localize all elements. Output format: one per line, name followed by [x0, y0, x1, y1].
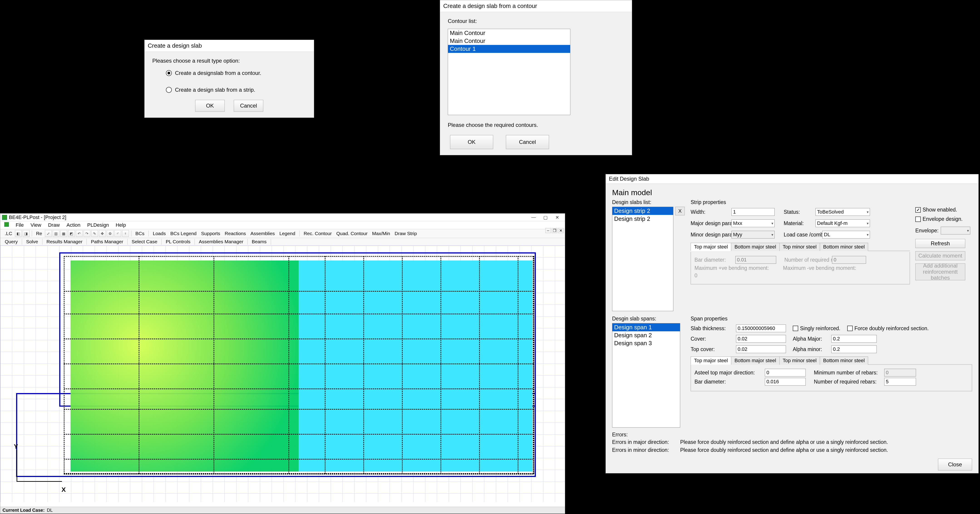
tab[interactable]: Top major steel	[690, 243, 731, 251]
model-canvas[interactable]: Y X	[0, 245, 565, 502]
menu-item[interactable]: File	[16, 222, 24, 228]
close-button[interactable]: Close	[938, 458, 972, 470]
subtoolbar-item[interactable]: Results Manager	[44, 239, 85, 245]
tab[interactable]: Bottom major steel	[731, 356, 780, 365]
topcover-input[interactable]	[736, 345, 786, 353]
toolbar-row-1[interactable]: .LC◧◨Re⤢▥▦◩↶↷✎✥⚙♂♀BCsLoadsBCs LegendSupp…	[0, 229, 565, 238]
subtoolbar-item[interactable]: Assemblies Manager	[197, 239, 245, 245]
singly-checkbox[interactable]: Singly reinforced.	[793, 325, 840, 331]
toolbar-text[interactable]: Max/Min	[370, 230, 392, 237]
refresh-button[interactable]: Refresh	[915, 239, 965, 248]
force-doubly-checkbox[interactable]: Force doubly reinforced section.	[847, 325, 929, 331]
cancel-button[interactable]: Cancel	[506, 135, 549, 149]
show-enabled-checkbox[interactable]: Show enabled.	[915, 207, 972, 213]
maximize-button[interactable]: ▢	[539, 214, 551, 221]
mdi-max-icon[interactable]: ❐	[552, 228, 557, 233]
toolbar-icon[interactable]: ↷	[84, 230, 90, 237]
mdi-close-icon[interactable]: ✕	[558, 228, 563, 233]
ok-button[interactable]: OK	[450, 135, 493, 149]
cancel-button[interactable]: Cancel	[234, 100, 263, 111]
toolbar-icon[interactable]: ▦	[60, 230, 67, 237]
subtoolbar-item[interactable]: Query	[3, 239, 20, 245]
spans-listbox[interactable]: Design span 1Design span 2Design span 3	[612, 323, 680, 428]
menu-item[interactable]: Help	[116, 222, 126, 228]
toolbar-icon[interactable]: ◩	[68, 230, 75, 237]
loadcase-combo[interactable]	[822, 231, 870, 239]
toolbar-icon[interactable]: ♀	[122, 230, 129, 237]
status-combo[interactable]	[815, 208, 870, 216]
alpha-major-input[interactable]	[831, 335, 877, 343]
radio-option-contour[interactable]: Create a designslab from a contour.	[166, 70, 306, 76]
tab[interactable]: Top major steel	[690, 356, 731, 365]
toolbar-text[interactable]: Draw Strip	[392, 230, 419, 237]
list-item[interactable]: Main Contour	[448, 29, 570, 37]
toolbar-icon[interactable]: ▥	[52, 230, 59, 237]
tab[interactable]: Bottom major steel	[731, 243, 780, 251]
tab[interactable]: Top minor steel	[780, 356, 820, 365]
close-button[interactable]: ✕	[551, 214, 563, 221]
toolbar-lc[interactable]: .LC	[3, 230, 14, 237]
slab-thickness-input[interactable]	[736, 325, 786, 332]
list-item[interactable]: Main Contour	[448, 37, 570, 45]
subtoolbar-item[interactable]: PL Controls	[164, 239, 192, 245]
menu-item[interactable]: Action	[67, 222, 80, 228]
toolbar-row-2[interactable]: QuerySolveResults ManagerPaths ManagerSe…	[0, 238, 565, 245]
toolbar-icon[interactable]: ◧	[15, 230, 22, 237]
toolbar-text[interactable]: Supports	[199, 230, 223, 237]
subtoolbar-item[interactable]: Paths Manager	[89, 239, 125, 245]
toolbar-text[interactable]: Assemblies	[248, 230, 277, 237]
list-item[interactable]: Design span 3	[612, 339, 680, 347]
list-item[interactable]: Contour 1	[448, 45, 570, 53]
list-item[interactable]: Design strip 2	[612, 207, 673, 215]
toolbar-icon[interactable]: ⤢	[45, 230, 52, 237]
contour-listbox[interactable]: Main ContourMain ContourContour 1	[448, 29, 570, 115]
minor-combo[interactable]	[732, 231, 775, 239]
envelope-design-checkbox[interactable]: Envelope design.	[915, 216, 972, 222]
tab[interactable]: Top minor steel	[780, 243, 820, 251]
tab[interactable]: Bottom minor steel	[820, 243, 868, 251]
cover-input[interactable]	[736, 335, 786, 343]
radio-option-strip[interactable]: Create a design slab from a strip.	[166, 87, 306, 93]
list-item[interactable]: Design strip 2	[612, 215, 673, 223]
toolbar-icon[interactable]: ↶	[76, 230, 83, 237]
toolbar-text[interactable]: Reactions	[223, 230, 248, 237]
mdi-window-buttons[interactable]: – ❐ ✕	[546, 228, 563, 233]
width-input[interactable]	[732, 208, 775, 216]
menu-item[interactable]: View	[30, 222, 41, 228]
minimize-button[interactable]: —	[528, 214, 539, 221]
subtoolbar-item[interactable]: Select Case	[129, 239, 159, 245]
steel-tabs[interactable]: Top major steelBottom major steelTop min…	[690, 243, 910, 251]
toolbar-icon[interactable]: ✎	[91, 230, 98, 237]
tab[interactable]: Bottom minor steel	[820, 356, 868, 365]
toolbar-icon[interactable]: ✥	[99, 230, 106, 237]
menubar[interactable]: FileViewDrawActionPLDesignHelp	[0, 221, 565, 229]
toolbar-text[interactable]: Rec. Contour	[301, 230, 334, 237]
num-req-input[interactable]	[884, 378, 916, 385]
alpha-minor-input[interactable]	[831, 345, 877, 353]
list-item[interactable]: Design span 1	[612, 323, 680, 331]
bar-dia-label: Bar diameter:	[695, 257, 733, 263]
toolbar-text[interactable]: Loads	[151, 230, 168, 237]
bar-dia2-input[interactable]	[765, 378, 806, 385]
menu-item[interactable]: PLDesign	[87, 222, 109, 228]
toolbar-text[interactable]: Quad. Contour	[334, 230, 370, 237]
toolbar-re[interactable]: Re	[34, 230, 45, 237]
toolbar-text[interactable]: BCs Legend	[168, 230, 199, 237]
toolbar-icon[interactable]: ⚙	[107, 230, 113, 237]
slabs-listbox[interactable]: Design strip 2Design strip 2	[612, 207, 673, 311]
toolbar-bcs[interactable]: BCs	[133, 230, 147, 237]
ok-button[interactable]: OK	[195, 100, 225, 111]
delete-slab-button[interactable]: X	[675, 207, 685, 215]
subtoolbar-item[interactable]: Solve	[24, 239, 40, 245]
asteel-input[interactable]	[765, 369, 806, 377]
menu-item[interactable]: Draw	[48, 222, 60, 228]
toolbar-icon[interactable]: ♂	[115, 230, 121, 237]
steel-tabs-2[interactable]: Top major steelBottom major steelTop min…	[690, 356, 972, 365]
subtoolbar-item[interactable]: Beams	[250, 239, 269, 245]
list-item[interactable]: Design span 2	[612, 331, 680, 339]
material-combo[interactable]	[815, 220, 870, 227]
toolbar-text[interactable]: Legend	[277, 230, 298, 237]
toolbar-icon[interactable]: ◨	[23, 230, 30, 237]
mdi-min-icon[interactable]: –	[546, 228, 551, 233]
major-combo[interactable]	[732, 220, 775, 227]
